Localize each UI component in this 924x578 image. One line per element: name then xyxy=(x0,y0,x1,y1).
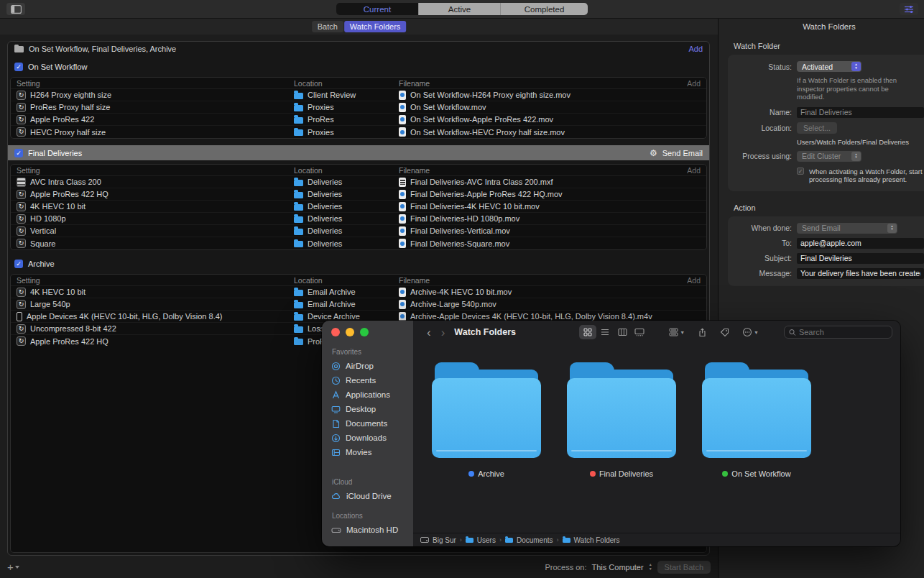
sidebar-item-applications[interactable]: Applications xyxy=(331,387,413,402)
folder-icon xyxy=(563,538,570,543)
process-using-dropdown[interactable]: Edit Cluster ▲▼ xyxy=(797,151,861,162)
subject-field[interactable] xyxy=(797,253,924,264)
search-input[interactable] xyxy=(799,328,887,336)
search-field[interactable] xyxy=(784,326,892,339)
folder-icon xyxy=(294,129,303,136)
document-icon xyxy=(331,419,341,428)
add-batch-button[interactable]: + xyxy=(7,561,19,573)
table-row[interactable]: ↻Square Deliveries Final Deliveries-Squa… xyxy=(11,237,706,249)
view-segmented-control: Current Active Completed xyxy=(336,3,588,15)
table-row[interactable]: ↻4K HEVC 10 bit Deliveries Final Deliver… xyxy=(11,201,706,213)
location-name: Proxies xyxy=(308,103,334,111)
process-on-value[interactable]: This Computer xyxy=(591,563,643,572)
location-name: Deliveries xyxy=(308,178,342,186)
message-field[interactable] xyxy=(797,268,924,279)
close-button[interactable] xyxy=(331,328,340,336)
column-view-button[interactable] xyxy=(614,325,631,339)
sidebar-item-airdrop[interactable]: AirDrop xyxy=(331,359,413,373)
location-select-button[interactable]: Select... xyxy=(797,122,837,134)
section-checkbox[interactable]: ✓ xyxy=(14,63,23,71)
table-row[interactable]: ↻4K HEVC 10 bit Email Archive Archive-4K… xyxy=(11,286,706,298)
sidebar-item-recents[interactable]: Recents xyxy=(331,373,413,387)
add-row-button[interactable]: Add xyxy=(687,79,701,88)
share-button[interactable] xyxy=(693,325,712,339)
path-item[interactable]: Big Sur xyxy=(433,536,456,544)
movie-file-icon xyxy=(399,300,406,309)
sidebar-item-icloud-drive[interactable]: iCloud Drive xyxy=(331,489,413,503)
process-on-stepper[interactable]: ▲▼ xyxy=(649,563,652,571)
tags-button[interactable] xyxy=(715,325,734,339)
table-row[interactable]: ↻Vertical Deliveries Final Deliveries-Ve… xyxy=(11,225,706,237)
when-done-dropdown[interactable]: Send Email ▲▼ xyxy=(797,223,897,234)
sidebar-item-desktop[interactable]: Desktop xyxy=(331,402,413,416)
folder-icon xyxy=(294,117,303,124)
sidebar-toggle-button[interactable] xyxy=(6,3,25,15)
table-row[interactable]: ↻Large 540p Email Archive Archive-Large … xyxy=(11,298,706,311)
folder-icon xyxy=(294,192,303,198)
table-row[interactable]: ↻HEVC Proxy half size Proxies On Set Wor… xyxy=(11,126,706,138)
folder-on-set-workflow[interactable]: On Set Workflow xyxy=(702,362,811,533)
section-final-deliveries[interactable]: ✓ Final Deliveries ⚙ Send Email xyxy=(8,145,709,160)
action-heading: Action xyxy=(734,203,924,212)
inspector-toggle-button[interactable] xyxy=(900,3,918,15)
section-checkbox[interactable]: ✓ xyxy=(14,260,23,268)
path-item[interactable]: Watch Folders xyxy=(574,536,620,544)
filename: Archive-Large 540p.mov xyxy=(410,300,496,308)
filename: Archive-4K HEVC 10 bit.mov xyxy=(410,288,512,296)
table-row[interactable]: ↻Apple ProRes 422 HQ Deliveries Final De… xyxy=(11,188,706,201)
location-name: Deliveries xyxy=(308,214,342,223)
ellipsis-circle-icon xyxy=(742,327,752,337)
column-filename: Filename xyxy=(399,79,687,88)
column-view-icon xyxy=(618,328,627,336)
location-name: Device Archive xyxy=(308,312,360,321)
add-row-button[interactable]: Add xyxy=(687,166,701,175)
folder-icon xyxy=(294,204,303,211)
tab-completed[interactable]: Completed xyxy=(500,3,588,15)
name-field[interactable] xyxy=(797,107,924,118)
tab-batch[interactable]: Batch xyxy=(312,21,343,32)
status-help-text: If a Watch Folder is enabled then inspec… xyxy=(797,76,918,101)
add-button[interactable]: Add xyxy=(688,45,703,53)
folder-final-deliveries[interactable]: Final Deliveries xyxy=(567,362,676,533)
folder-icon xyxy=(294,314,303,321)
back-button[interactable]: ‹ xyxy=(423,326,435,339)
path-item[interactable]: Documents xyxy=(517,536,553,544)
table-row[interactable]: AVC Intra Class 200 Deliveries Final Del… xyxy=(11,176,706,188)
section-name: On Set Workflow xyxy=(28,63,87,71)
gear-icon: ⚙ xyxy=(650,148,657,158)
list-view-button[interactable] xyxy=(596,325,614,339)
forward-button[interactable]: › xyxy=(438,326,449,339)
table-header: Setting Location Filename Add xyxy=(11,165,706,176)
to-field[interactable] xyxy=(797,238,924,249)
minimize-button[interactable] xyxy=(346,328,354,336)
tab-current[interactable]: Current xyxy=(336,3,418,15)
sidebar-item-macintosh-hd[interactable]: Macintosh HD xyxy=(331,523,413,537)
table-row[interactable]: ↻Apple ProRes 422 ProRes On Set Workflow… xyxy=(11,114,706,126)
table-row[interactable]: ↻HD 1080p Deliveries Final Deliveries-HD… xyxy=(11,213,706,225)
folder-archive[interactable]: Archive xyxy=(432,362,541,533)
activate-checkbox[interactable]: ✓ xyxy=(797,168,804,175)
watch-folder-form: Status: Activated ▲▼ If a Watch Folder i… xyxy=(728,55,924,191)
table-row[interactable]: ↻ProRes Proxy half size Proxies On Set W… xyxy=(11,101,706,114)
icon-view-button[interactable] xyxy=(579,325,596,339)
zoom-button[interactable] xyxy=(360,328,369,336)
sidebar-item-movies[interactable]: Movies xyxy=(331,445,413,459)
add-row-button[interactable]: Add xyxy=(687,276,701,285)
table-header: Setting Location Filename Add xyxy=(11,78,706,89)
status-dropdown[interactable]: Activated ▲▼ xyxy=(797,61,861,72)
chevron-right-icon: › xyxy=(499,536,502,543)
start-batch-button[interactable]: Start Batch xyxy=(657,561,711,574)
table-row[interactable]: ↻H264 Proxy eighth size Client Review On… xyxy=(11,89,706,101)
chevron-right-icon: › xyxy=(557,536,559,543)
section-checkbox[interactable]: ✓ xyxy=(14,149,23,157)
sidebar-item-downloads[interactable]: Downloads xyxy=(331,431,413,445)
hard-drive-icon xyxy=(420,537,429,543)
group-by-button[interactable]: ▼ xyxy=(664,325,690,339)
sidebar-item-documents[interactable]: Documents xyxy=(331,416,413,431)
column-setting: Setting xyxy=(17,166,294,175)
gallery-view-button[interactable] xyxy=(631,325,648,339)
tab-watch-folders[interactable]: Watch Folders xyxy=(344,21,407,32)
path-item[interactable]: Users xyxy=(477,536,496,544)
tab-active[interactable]: Active xyxy=(418,3,500,15)
more-actions-button[interactable]: ▼ xyxy=(737,325,764,339)
